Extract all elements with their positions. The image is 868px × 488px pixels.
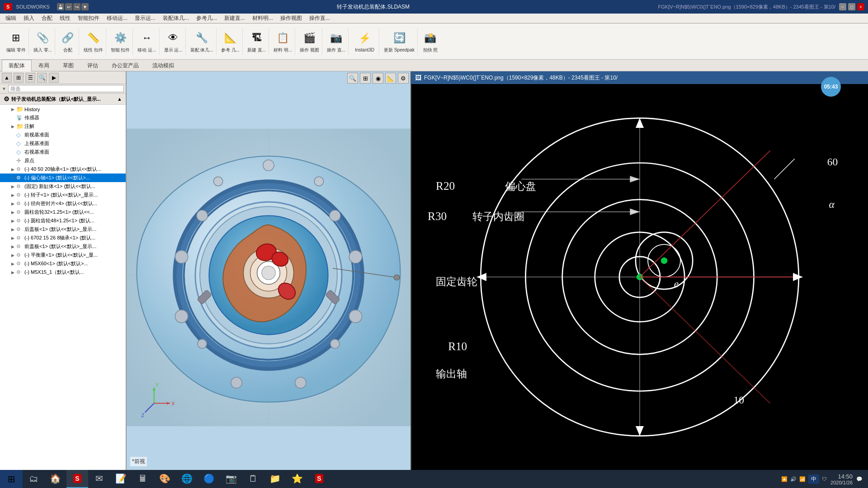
toolbar-edit-part[interactable]: ⊞ 编辑 零件 xyxy=(4,28,29,55)
tree-item-notes[interactable]: ▶ 📁 注解 xyxy=(0,122,126,131)
toolbar-instant3d[interactable]: ⚡ Instant3D xyxy=(350,28,379,54)
menu-linear[interactable]: 线性 xyxy=(56,14,74,23)
quick-access-undo[interactable]: ↩ xyxy=(65,3,72,10)
tray-security-icon[interactable]: 🛡 xyxy=(822,476,827,482)
menu-assembly2[interactable]: 装配体几... xyxy=(159,14,193,23)
notes-label: 注解 xyxy=(24,123,34,130)
toolbar-move[interactable]: ↔ 移动 运... xyxy=(135,28,159,55)
taskbar-photo[interactable]: 📷 xyxy=(220,470,242,488)
tree-item-history[interactable]: ▶ 📁 History xyxy=(0,105,126,113)
feature-filter-input[interactable] xyxy=(8,85,124,92)
tree-item-bearing1[interactable]: ▶ ⚙ (-) 40 50 20轴承<1> (默认<<默认... xyxy=(0,165,126,174)
toolbar-snapshot[interactable]: 📸 拍快 照 xyxy=(420,28,441,55)
history-expand[interactable]: ▶ xyxy=(9,107,16,112)
menu-operate[interactable]: 操作直... xyxy=(306,14,334,23)
tab-evaluate[interactable]: 评估 xyxy=(80,60,105,71)
toolbar-operate-view[interactable]: 🎬 操作 视图 xyxy=(297,28,322,55)
tree-item-gear2[interactable]: ▶ ⚙ (-) 圆柱齿轮48×1.25<1> (默认... xyxy=(0,216,126,225)
menu-new[interactable]: 新建直... xyxy=(221,14,249,23)
tree-item-front-plane[interactable]: ◇ 前视基准面 xyxy=(0,131,126,139)
panel-collapse[interactable]: ▶ xyxy=(49,73,59,83)
tree-item-right-plane[interactable]: ◇ 右视基准面 xyxy=(0,148,126,156)
taskbar-sw2[interactable]: S xyxy=(308,470,330,488)
viewport-measure-btn[interactable]: 📐 xyxy=(385,73,396,84)
tab-office[interactable]: 办公室产品 xyxy=(105,60,146,71)
menu-move[interactable]: 移动运... xyxy=(103,14,131,23)
tree-item-balance[interactable]: ▶ ⚙ (-) 平衡重<1> (默认<<默认>_显... xyxy=(0,251,126,259)
toolbar-bom[interactable]: 📋 材料 明... xyxy=(271,28,295,55)
tab-layout[interactable]: 布局 xyxy=(32,60,56,71)
tree-item-bolt1[interactable]: ▶ ⚙ (-) M5X60<1> (默认<默认>... xyxy=(0,259,126,268)
toolbar-linear-pattern[interactable]: 📏 线性 扣件 xyxy=(81,28,106,55)
toolbar-new-motion[interactable]: 🏗 新建 直... xyxy=(245,28,269,55)
menu-bom[interactable]: 材料明... xyxy=(249,14,277,23)
viewport-rotate-btn[interactable]: ◉ xyxy=(373,73,383,84)
notification-icon[interactable]: 💬 xyxy=(856,476,863,482)
panel-btn-3[interactable]: ☰ xyxy=(25,73,35,83)
viewport-zoom-btn[interactable]: 🔍 xyxy=(347,73,358,84)
taskbar-calc[interactable]: 🖩 xyxy=(132,470,154,488)
tray-volume-icon[interactable]: 🔊 xyxy=(790,476,797,482)
tree-item-cylinder[interactable]: ▶ ⚙ (固定) 新缸体<1> (默认<<默认... xyxy=(0,182,126,191)
toolbar-reference[interactable]: 📐 参考 几... xyxy=(218,28,243,55)
start-button[interactable]: ⊞ xyxy=(0,470,23,488)
menu-operate-view[interactable]: 操作视图 xyxy=(277,14,306,23)
quick-access-options[interactable]: ▼ xyxy=(81,3,89,10)
taskbar-file-explorer[interactable]: 🗂 xyxy=(23,470,44,488)
taskbar-app1[interactable]: 🔵 xyxy=(198,470,220,488)
taskbar-home[interactable]: 🏠 xyxy=(44,470,66,488)
taskbar-clock[interactable]: 14:50 2020/1/26 xyxy=(830,473,853,485)
taskbar-web[interactable]: 🌐 xyxy=(176,470,198,488)
tree-item-eccentric-shaft[interactable]: ▼ ⚙ (-) 偏心轴<1> (默认<<默认>... xyxy=(0,174,126,182)
toolbar-update-speedpak[interactable]: 🔄 更新 Speedpak xyxy=(381,28,418,55)
taskbar-draw[interactable]: 🎨 xyxy=(154,470,176,488)
viewport-settings-btn[interactable]: ⚙ xyxy=(398,73,409,84)
tree-item-back-cover[interactable]: ▶ ⚙ 后盖板<1> (默认<<默认>_显示... xyxy=(0,225,126,234)
menu-edit[interactable]: 编辑 xyxy=(2,14,20,23)
notes-expand[interactable]: ▶ xyxy=(9,124,16,129)
toolbar-insert[interactable]: 📎 插入 零... xyxy=(31,28,55,55)
tab-flow[interactable]: 流动模拟 xyxy=(146,60,181,71)
tree-item-gear1[interactable]: ▶ ⚙ 圆柱齿轮32×1.25<1> (默认<<... xyxy=(0,208,126,216)
tree-item-top-plane[interactable]: ◇ 上视基准面 xyxy=(0,139,126,148)
taskbar-mail[interactable]: ✉ xyxy=(88,470,110,488)
close-button[interactable]: × xyxy=(857,3,864,10)
maximize-button[interactable]: □ xyxy=(848,3,855,10)
taskbar-note[interactable]: 📝 xyxy=(110,470,132,488)
tree-collapse-btn[interactable]: ▲ xyxy=(117,96,122,102)
menu-assembly[interactable]: 合配 xyxy=(38,14,56,23)
taskbar-tasks[interactable]: 🗒 xyxy=(242,470,264,488)
quick-access-redo[interactable]: ↪ xyxy=(73,3,80,10)
tray-expand-icon[interactable]: 🔼 xyxy=(781,476,788,482)
tree-item-seal[interactable]: ▶ ⚙ (-) 径向密封片<4> (默认<<默认... xyxy=(0,199,126,208)
tab-assembly[interactable]: 装配体 xyxy=(2,60,32,71)
tree-item-origin[interactable]: ✛ 原点 xyxy=(0,156,126,165)
minimize-button[interactable]: − xyxy=(839,3,846,10)
toolbar-assembly-features[interactable]: 🔧 装配 体几... xyxy=(188,28,217,55)
menu-insert[interactable]: 插入 xyxy=(20,14,38,23)
menu-show[interactable]: 显示运... xyxy=(131,14,159,23)
menu-reference[interactable]: 参考几... xyxy=(193,14,221,23)
taskbar-star[interactable]: ⭐ xyxy=(286,470,308,488)
tab-sketch[interactable]: 草图 xyxy=(56,60,80,71)
quick-access-save[interactable]: 💾 xyxy=(57,3,64,10)
panel-btn-4[interactable]: 🔍 xyxy=(37,73,47,83)
taskbar-files[interactable]: 📁 xyxy=(264,470,286,488)
toolbar-show[interactable]: 👁 显示 运... xyxy=(161,28,186,55)
tree-item-bearing2[interactable]: ▶ ⚙ (-) 6702 15 26 8轴承<1> (默认... xyxy=(0,234,126,242)
tree-item-rotor[interactable]: ▶ ⚙ (-) 转子<1> (默认<<默认>_显示... xyxy=(0,191,126,199)
tree-item-front-cover[interactable]: ▶ ⚙ 前盖板<1> (默认<<默认>_显示... xyxy=(0,242,126,251)
tree-item-bolt2[interactable]: ▶ ⚙ (-) M5X15_1（默认<默认... xyxy=(0,268,126,277)
taskbar-solidworks[interactable]: S xyxy=(66,470,88,488)
viewport-grid-btn[interactable]: ⊞ xyxy=(360,73,371,84)
toolbar-operate[interactable]: 📷 操作 直... xyxy=(324,28,349,55)
tray-lang-icon[interactable]: 中 xyxy=(808,474,819,484)
tree-item-sensor[interactable]: 📡 传感器 xyxy=(0,113,126,122)
panel-btn-2[interactable]: ⊞ xyxy=(14,73,24,83)
panel-btn-1[interactable]: ▲ xyxy=(2,73,12,83)
toolbar-smart-fastener[interactable]: ⚙️ 智能 扣件 xyxy=(108,28,133,55)
menu-smart-fastener[interactable]: 智能扣件 xyxy=(74,14,103,23)
tray-network-icon[interactable]: 📶 xyxy=(799,476,806,482)
viewport[interactable]: 🔍 ⊞ ◉ 📐 ⚙ xyxy=(127,71,410,470)
toolbar-mate[interactable]: 🔗 合配 xyxy=(57,28,79,55)
